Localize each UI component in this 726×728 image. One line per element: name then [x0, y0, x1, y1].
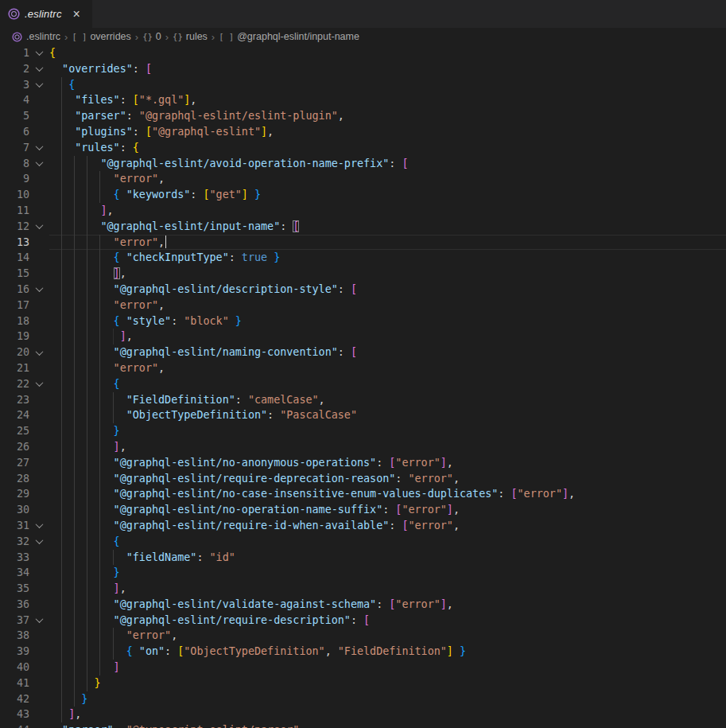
code-line[interactable]: 21"error", [0, 360, 726, 376]
code-line[interactable]: 6"plugins": ["@graphql-eslint"], [0, 124, 726, 140]
token [267, 251, 274, 263]
fold-chevron-down-icon[interactable] [29, 77, 49, 93]
code-line[interactable]: 22{ [0, 376, 726, 392]
token: , [569, 488, 575, 500]
token: ] [100, 204, 107, 216]
code-text: ], [49, 581, 726, 597]
code-text: { [49, 376, 726, 392]
code-line[interactable]: 37"@graphql-eslint/require-description":… [0, 613, 726, 629]
fold-chevron-down-icon[interactable] [29, 282, 49, 298]
token: : [196, 551, 209, 563]
token: } [274, 251, 280, 263]
fold-spacer [29, 581, 49, 597]
line-number: 32 [0, 534, 29, 550]
code-line[interactable]: 24"ObjectTypeDefinition": "PascalCase" [0, 407, 726, 423]
token: "@graphql-eslint/input-name" [100, 220, 280, 232]
breadcrumb-item-overrides[interactable]: [ ]overrides [72, 31, 130, 42]
fold-chevron-down-icon[interactable] [29, 534, 49, 550]
code-line[interactable]: 28"@graphql-eslint/require-deprecation-r… [0, 471, 726, 487]
token: "@graphql-eslint/require-id-when-availab… [114, 520, 390, 531]
fold-chevron-down-icon[interactable] [29, 219, 49, 235]
token: "keywords" [126, 189, 191, 200]
breadcrumb-item--graphql-eslint-input-name[interactable]: [ ]@graphql-eslint/input-name [219, 31, 359, 42]
code-line[interactable]: 44"parser": "@typescript-eslint/parser", [0, 722, 726, 728]
token: , [325, 645, 338, 657]
fold-chevron-down-icon[interactable] [29, 518, 49, 534]
code-line[interactable]: 7"rules": { [0, 140, 726, 156]
code-line[interactable]: 3{ [0, 77, 726, 93]
code-line[interactable]: 12"@graphql-eslint/input-name": [ [0, 219, 726, 235]
code-line[interactable]: 32{ [0, 534, 726, 550]
indent-guides [49, 471, 114, 487]
code-text: "overrides": [ [49, 61, 726, 77]
code-line[interactable]: 39{ "on": ["ObjectTypeDefinition", "Fiel… [0, 644, 726, 660]
token: [ [351, 283, 357, 295]
indent-guides [49, 407, 126, 423]
fold-chevron-down-icon[interactable] [29, 613, 49, 629]
token: , [453, 504, 460, 516]
fold-chevron-down-icon[interactable] [29, 45, 49, 61]
code-line[interactable]: 17"error", [0, 298, 726, 313]
code-line[interactable]: 8"@graphql-eslint/avoid-operation-name-p… [0, 156, 726, 172]
token: , [338, 110, 344, 122]
fold-chevron-down-icon[interactable] [29, 376, 49, 392]
code-line[interactable]: 23"FieldDefinition": "camelCase", [0, 392, 726, 408]
fold-chevron-down-icon[interactable] [29, 156, 49, 172]
code-line[interactable]: 16"@graphql-eslint/description-style": [ [0, 282, 726, 298]
code-line[interactable]: 35], [0, 581, 726, 597]
code-line[interactable]: 5"parser": "@graphql-eslint/eslint-plugi… [0, 108, 726, 124]
code-line[interactable]: 25} [0, 423, 726, 439]
code-line[interactable]: 38"error", [0, 628, 726, 644]
token: "@graphql-eslint/avoid-operation-name-pr… [100, 158, 389, 169]
code-line[interactable]: 40] [0, 660, 726, 675]
line-number: 33 [0, 550, 29, 566]
code-line[interactable]: 34} [0, 565, 726, 581]
code-line[interactable]: 31"@graphql-eslint/require-id-when-avail… [0, 518, 726, 534]
code-line[interactable]: 42} [0, 691, 726, 707]
code-line[interactable]: 10{ "keywords": ["get"] } [0, 187, 726, 203]
token: "@graphql-eslint/no-operation-name-suffi… [114, 504, 383, 516]
code-line[interactable]: 20"@graphql-eslint/naming-convention": [ [0, 345, 726, 360]
code-text: "@graphql-eslint/input-name": [ [49, 219, 726, 235]
code-line[interactable]: 18{ "style": "block" } [0, 313, 726, 329]
code-line[interactable]: 1{ [0, 45, 726, 61]
code-line[interactable]: 36"@graphql-eslint/validate-against-sche… [0, 597, 726, 613]
code-line[interactable]: 4"files": ["*.gql"], [0, 92, 726, 108]
fold-chevron-down-icon[interactable] [29, 140, 49, 156]
indent-guides [49, 156, 100, 172]
breadcrumb-item--eslintrc[interactable]: .eslintrc [13, 31, 60, 42]
code-editor[interactable]: 1{2"overrides": [3{4"files": ["*.gql"],5… [0, 45, 726, 728]
indent-guides [49, 613, 114, 629]
code-line[interactable]: 19], [0, 329, 726, 345]
code-line[interactable]: 43], [0, 707, 726, 722]
token: ] [441, 598, 447, 610]
breadcrumb-item-0[interactable]: {}0 [142, 31, 161, 42]
breadcrumb-item-rules[interactable]: {}rules [173, 31, 208, 42]
line-number: 1 [0, 45, 29, 61]
code-line[interactable]: 9"error", [0, 171, 726, 187]
fold-spacer [29, 298, 49, 313]
code-line[interactable]: 26], [0, 439, 726, 455]
code-line[interactable]: 14{ "checkInputType": true } [0, 250, 726, 266]
code-line[interactable]: 33"fieldName": "id" [0, 550, 726, 566]
code-line[interactable]: 15], [0, 266, 726, 282]
code-line[interactable]: 29"@graphql-eslint/no-case-insensitive-e… [0, 486, 726, 502]
fold-spacer [29, 660, 49, 675]
code-line[interactable]: 27"@graphql-eslint/no-anonymous-operatio… [0, 455, 726, 471]
code-line[interactable]: 2"overrides": [ [0, 61, 726, 77]
line-number: 7 [0, 140, 29, 156]
token: , [158, 362, 165, 374]
fold-chevron-down-icon[interactable] [29, 345, 49, 360]
line-number: 31 [0, 518, 29, 534]
indent-guides [49, 77, 68, 93]
token: } [235, 315, 242, 327]
indent-guides [49, 345, 114, 360]
close-icon[interactable]: × [73, 8, 80, 21]
code-line[interactable]: 30"@graphql-eslint/no-operation-name-suf… [0, 502, 726, 518]
fold-spacer [29, 266, 49, 282]
code-line[interactable]: 41} [0, 675, 726, 691]
tab-eslintrc[interactable]: .eslintrc × [0, 0, 92, 28]
fold-chevron-down-icon[interactable] [29, 61, 49, 77]
code-line[interactable]: 13"error", [0, 235, 726, 251]
code-line[interactable]: 11], [0, 203, 726, 219]
